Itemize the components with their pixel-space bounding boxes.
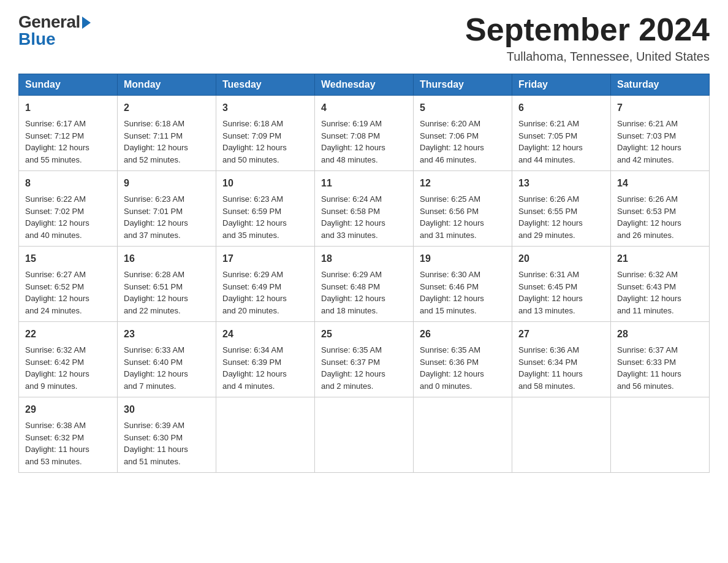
day-info: Sunrise: 6:29 AM Sunset: 6:48 PM Dayligh… (321, 270, 385, 315)
day-info: Sunrise: 6:30 AM Sunset: 6:46 PM Dayligh… (420, 270, 484, 315)
day-info: Sunrise: 6:29 AM Sunset: 6:49 PM Dayligh… (222, 270, 287, 315)
logo-triangle-icon (82, 17, 91, 29)
calendar-cell: 9Sunrise: 6:23 AM Sunset: 7:01 PM Daylig… (118, 171, 216, 247)
day-info: Sunrise: 6:32 AM Sunset: 6:43 PM Dayligh… (617, 270, 681, 315)
logo-blue-text: Blue (18, 29, 56, 49)
day-number: 18 (321, 251, 407, 266)
day-info: Sunrise: 6:22 AM Sunset: 7:02 PM Dayligh… (25, 194, 89, 240)
day-info: Sunrise: 6:28 AM Sunset: 6:51 PM Dayligh… (124, 270, 188, 315)
calendar-cell: 7Sunrise: 6:21 AM Sunset: 7:03 PM Daylig… (611, 96, 710, 171)
day-number: 30 (124, 402, 210, 417)
calendar-week-row: 1Sunrise: 6:17 AM Sunset: 7:12 PM Daylig… (19, 96, 710, 171)
day-info: Sunrise: 6:20 AM Sunset: 7:06 PM Dayligh… (420, 119, 484, 164)
day-number: 9 (124, 176, 210, 191)
calendar-cell: 11Sunrise: 6:24 AM Sunset: 6:58 PM Dayli… (315, 171, 414, 247)
day-info: Sunrise: 6:18 AM Sunset: 7:09 PM Dayligh… (222, 119, 287, 164)
calendar-week-row: 29Sunrise: 6:38 AM Sunset: 6:32 PM Dayli… (19, 397, 710, 473)
day-number: 27 (518, 327, 604, 342)
day-info: Sunrise: 6:34 AM Sunset: 6:39 PM Dayligh… (222, 345, 287, 391)
location-subtitle: Tullahoma, Tennessee, United States (465, 50, 710, 64)
calendar-cell: 1Sunrise: 6:17 AM Sunset: 7:12 PM Daylig… (19, 96, 118, 171)
day-info: Sunrise: 6:21 AM Sunset: 7:03 PM Dayligh… (617, 119, 681, 164)
day-info: Sunrise: 6:35 AM Sunset: 6:36 PM Dayligh… (420, 345, 484, 391)
calendar-cell: 13Sunrise: 6:26 AM Sunset: 6:55 PM Dayli… (512, 171, 611, 247)
day-number: 26 (420, 327, 506, 342)
calendar-cell: 30Sunrise: 6:39 AM Sunset: 6:30 PM Dayli… (118, 397, 216, 473)
day-info: Sunrise: 6:36 AM Sunset: 6:34 PM Dayligh… (518, 345, 583, 391)
day-info: Sunrise: 6:32 AM Sunset: 6:42 PM Dayligh… (25, 345, 89, 391)
day-number: 16 (124, 251, 210, 266)
header-wednesday: Wednesday (315, 74, 414, 96)
day-info: Sunrise: 6:27 AM Sunset: 6:52 PM Dayligh… (25, 270, 89, 315)
day-number: 4 (321, 101, 407, 115)
calendar-cell: 26Sunrise: 6:35 AM Sunset: 6:36 PM Dayli… (414, 322, 512, 397)
calendar-header-row: SundayMondayTuesdayWednesdayThursdayFrid… (19, 74, 710, 96)
calendar-cell: 8Sunrise: 6:22 AM Sunset: 7:02 PM Daylig… (19, 171, 118, 247)
day-info: Sunrise: 6:18 AM Sunset: 7:11 PM Dayligh… (124, 119, 188, 164)
day-number: 10 (222, 176, 308, 191)
day-number: 21 (617, 251, 703, 266)
day-number: 29 (25, 402, 111, 417)
day-info: Sunrise: 6:35 AM Sunset: 6:37 PM Dayligh… (321, 345, 385, 391)
calendar-cell: 10Sunrise: 6:23 AM Sunset: 6:59 PM Dayli… (216, 171, 315, 247)
calendar-cell: 20Sunrise: 6:31 AM Sunset: 6:45 PM Dayli… (512, 247, 611, 322)
day-number: 24 (222, 327, 308, 342)
header-friday: Friday (512, 74, 611, 96)
day-info: Sunrise: 6:39 AM Sunset: 6:30 PM Dayligh… (124, 421, 188, 466)
calendar-cell: 24Sunrise: 6:34 AM Sunset: 6:39 PM Dayli… (216, 322, 315, 397)
header-monday: Monday (118, 74, 216, 96)
calendar-cell: 18Sunrise: 6:29 AM Sunset: 6:48 PM Dayli… (315, 247, 414, 322)
day-number: 7 (617, 101, 703, 115)
day-number: 8 (25, 176, 111, 191)
calendar-week-row: 8Sunrise: 6:22 AM Sunset: 7:02 PM Daylig… (19, 171, 710, 247)
day-number: 20 (518, 251, 604, 266)
calendar-cell (315, 397, 414, 473)
day-info: Sunrise: 6:38 AM Sunset: 6:32 PM Dayligh… (25, 421, 89, 466)
day-info: Sunrise: 6:17 AM Sunset: 7:12 PM Dayligh… (25, 119, 89, 164)
calendar-cell: 6Sunrise: 6:21 AM Sunset: 7:05 PM Daylig… (512, 96, 611, 171)
calendar-cell (512, 397, 611, 473)
calendar-cell: 28Sunrise: 6:37 AM Sunset: 6:33 PM Dayli… (611, 322, 710, 397)
day-info: Sunrise: 6:25 AM Sunset: 6:56 PM Dayligh… (420, 194, 484, 240)
calendar-cell: 5Sunrise: 6:20 AM Sunset: 7:06 PM Daylig… (414, 96, 512, 171)
day-info: Sunrise: 6:23 AM Sunset: 7:01 PM Dayligh… (124, 194, 188, 240)
calendar-cell: 12Sunrise: 6:25 AM Sunset: 6:56 PM Dayli… (414, 171, 512, 247)
calendar-cell (414, 397, 512, 473)
calendar-cell: 25Sunrise: 6:35 AM Sunset: 6:37 PM Dayli… (315, 322, 414, 397)
calendar-cell: 22Sunrise: 6:32 AM Sunset: 6:42 PM Dayli… (19, 322, 118, 397)
day-info: Sunrise: 6:24 AM Sunset: 6:58 PM Dayligh… (321, 194, 385, 240)
month-year-title: September 2024 (465, 12, 710, 47)
calendar-cell (216, 397, 315, 473)
day-number: 25 (321, 327, 407, 342)
calendar-week-row: 15Sunrise: 6:27 AM Sunset: 6:52 PM Dayli… (19, 247, 710, 322)
calendar-table: SundayMondayTuesdayWednesdayThursdayFrid… (18, 74, 710, 473)
calendar-cell: 17Sunrise: 6:29 AM Sunset: 6:49 PM Dayli… (216, 247, 315, 322)
calendar-cell: 3Sunrise: 6:18 AM Sunset: 7:09 PM Daylig… (216, 96, 315, 171)
logo: General Blue (18, 12, 91, 49)
header-thursday: Thursday (414, 74, 512, 96)
day-info: Sunrise: 6:21 AM Sunset: 7:05 PM Dayligh… (518, 119, 583, 164)
day-number: 23 (124, 327, 210, 342)
day-number: 14 (617, 176, 703, 191)
day-number: 17 (222, 251, 308, 266)
calendar-cell: 21Sunrise: 6:32 AM Sunset: 6:43 PM Dayli… (611, 247, 710, 322)
day-number: 19 (420, 251, 506, 266)
calendar-cell: 2Sunrise: 6:18 AM Sunset: 7:11 PM Daylig… (118, 96, 216, 171)
day-info: Sunrise: 6:31 AM Sunset: 6:45 PM Dayligh… (518, 270, 583, 315)
day-info: Sunrise: 6:26 AM Sunset: 6:53 PM Dayligh… (617, 194, 681, 240)
page-header: General Blue September 2024 Tullahoma, T… (18, 12, 710, 64)
calendar-cell: 23Sunrise: 6:33 AM Sunset: 6:40 PM Dayli… (118, 322, 216, 397)
day-info: Sunrise: 6:33 AM Sunset: 6:40 PM Dayligh… (124, 345, 188, 391)
header-saturday: Saturday (611, 74, 710, 96)
calendar-cell: 16Sunrise: 6:28 AM Sunset: 6:51 PM Dayli… (118, 247, 216, 322)
calendar-cell: 14Sunrise: 6:26 AM Sunset: 6:53 PM Dayli… (611, 171, 710, 247)
calendar-cell: 15Sunrise: 6:27 AM Sunset: 6:52 PM Dayli… (19, 247, 118, 322)
day-number: 15 (25, 251, 111, 266)
day-info: Sunrise: 6:23 AM Sunset: 6:59 PM Dayligh… (222, 194, 287, 240)
header-tuesday: Tuesday (216, 74, 315, 96)
day-number: 11 (321, 176, 407, 191)
day-info: Sunrise: 6:37 AM Sunset: 6:33 PM Dayligh… (617, 345, 681, 391)
day-number: 2 (124, 101, 210, 115)
day-number: 22 (25, 327, 111, 342)
day-number: 5 (420, 101, 506, 115)
